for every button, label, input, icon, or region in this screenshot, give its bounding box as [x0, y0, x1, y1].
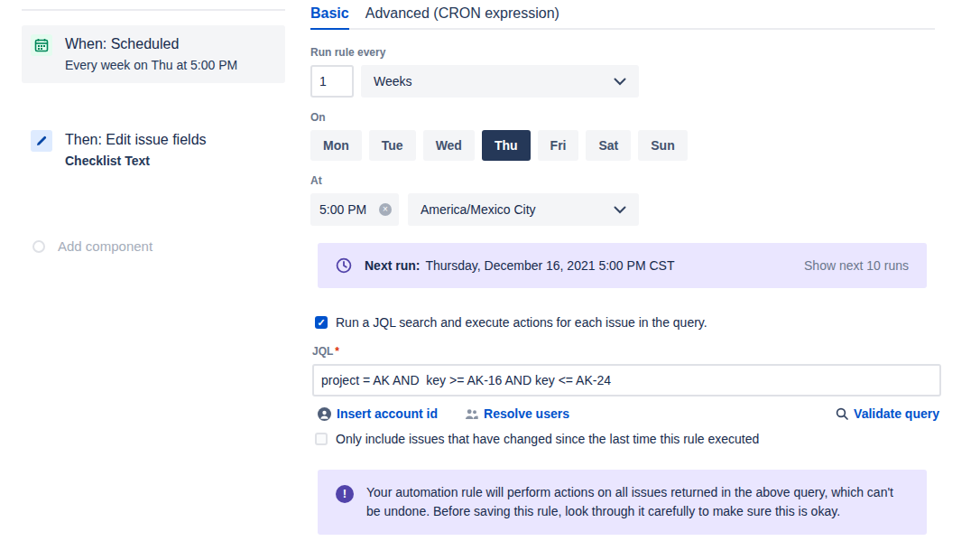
sidebar-item-when-scheduled[interactable]: When: Scheduled Every week on Thu at 5:0…: [22, 25, 285, 83]
add-component-circle-icon: [32, 240, 45, 253]
chevron-down-icon: [614, 206, 626, 214]
tab-advanced-cron[interactable]: Advanced (CRON expression): [365, 5, 559, 28]
at-label: At: [310, 174, 935, 187]
pencil-icon: [31, 130, 52, 152]
search-icon: [836, 407, 848, 420]
only-changed-issues-checkbox[interactable]: [315, 433, 328, 445]
jql-field-label: JQL*: [312, 345, 935, 358]
next-run-value: Thursday, December 16, 2021 5:00 PM CST: [425, 258, 674, 273]
add-component-button[interactable]: Add component: [22, 238, 285, 254]
day-button-thu[interactable]: Thu: [482, 130, 531, 161]
person-icon: [318, 407, 331, 421]
run-jql-search-checkbox[interactable]: ✓: [315, 316, 328, 329]
insert-account-id-label: Insert account id: [337, 406, 438, 421]
required-asterisk: *: [335, 345, 339, 358]
day-of-week-picker: Mon Tue Wed Thu Fri Sat Sun: [310, 130, 935, 161]
day-button-mon[interactable]: Mon: [310, 130, 362, 161]
when-title: When: Scheduled: [65, 34, 237, 54]
timezone-select[interactable]: America/Mexico City: [408, 193, 639, 226]
interval-unit-select[interactable]: Weeks: [361, 65, 639, 98]
warning-banner: ! Your automation rule will perform acti…: [318, 470, 927, 535]
then-title: Then: Edit issue fields: [65, 130, 207, 150]
when-subtitle: Every week on Thu at 5:00 PM: [65, 56, 237, 74]
run-rule-every-label: Run rule every: [310, 46, 935, 59]
next-run-label: Next run:: [365, 258, 420, 273]
day-button-tue[interactable]: Tue: [369, 130, 416, 161]
time-input[interactable]: 5:00 PM ×: [310, 193, 399, 226]
chevron-down-icon: [614, 78, 626, 86]
insert-account-id-link[interactable]: Insert account id: [318, 406, 438, 421]
tab-basic[interactable]: Basic: [310, 5, 349, 30]
add-component-label: Add component: [58, 238, 153, 254]
day-button-sat[interactable]: Sat: [586, 130, 631, 161]
clock-icon: [336, 257, 352, 274]
next-run-banner: Next run: Thursday, December 16, 2021 5:…: [318, 243, 927, 288]
interval-unit-value: Weeks: [374, 74, 412, 89]
rule-components-sidebar: When: Scheduled Every week on Thu at 5:0…: [22, 0, 285, 254]
day-button-wed[interactable]: Wed: [423, 130, 475, 161]
time-value: 5:00 PM: [319, 202, 366, 217]
schedule-config-panel: Basic Advanced (CRON expression) Run rul…: [310, 0, 935, 535]
resolve-users-link[interactable]: Resolve users: [465, 406, 569, 421]
validate-query-label: Validate query: [854, 406, 939, 421]
sidebar-item-then-edit-issue[interactable]: Then: Edit issue fields Checklist Text: [22, 121, 285, 179]
warning-text: Your automation rule will perform action…: [366, 483, 908, 521]
clear-time-icon[interactable]: ×: [379, 203, 392, 216]
on-label: On: [310, 111, 935, 124]
validate-query-link[interactable]: Validate query: [836, 406, 939, 421]
run-jql-search-label: Run a JQL search and execute actions for…: [336, 315, 707, 330]
day-button-sun[interactable]: Sun: [638, 130, 687, 161]
sidebar-divider: [22, 9, 285, 11]
warning-icon: !: [336, 485, 354, 503]
tab-bar: Basic Advanced (CRON expression): [310, 0, 935, 30]
show-next-runs-link[interactable]: Show next 10 runs: [804, 258, 909, 273]
jql-label-text: JQL: [312, 345, 333, 358]
then-subtitle: Checklist Text: [65, 152, 207, 170]
day-button-fri[interactable]: Fri: [538, 130, 579, 161]
interval-value-input[interactable]: [310, 65, 354, 98]
jql-helper-links: Insert account id Resolve users Valida: [318, 406, 939, 421]
jql-query-input[interactable]: [312, 364, 941, 396]
timezone-value: America/Mexico City: [421, 202, 536, 217]
only-changed-issues-label: Only include issues that have changed si…: [336, 432, 759, 446]
calendar-icon: [31, 34, 52, 56]
people-icon: [465, 408, 478, 420]
resolve-users-label: Resolve users: [484, 406, 569, 421]
